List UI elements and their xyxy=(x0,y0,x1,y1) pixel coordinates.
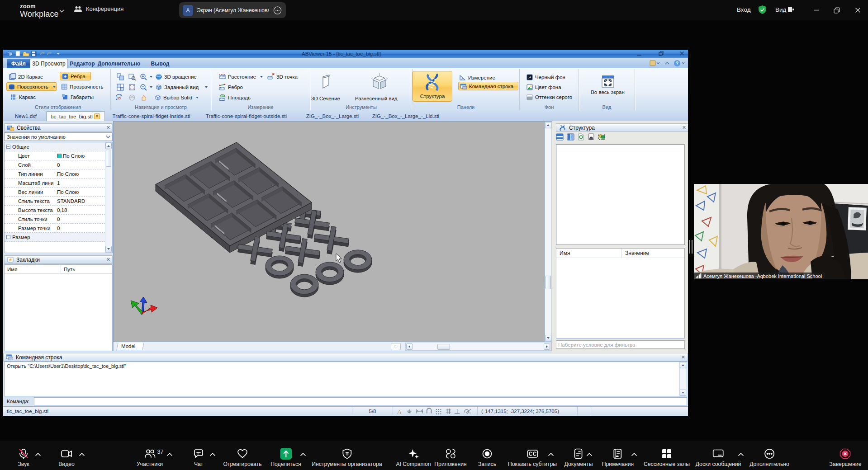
svg-text:A: A xyxy=(397,408,401,414)
svg-text:?: ? xyxy=(676,61,678,66)
svg-text:35: 35 xyxy=(117,97,121,100)
